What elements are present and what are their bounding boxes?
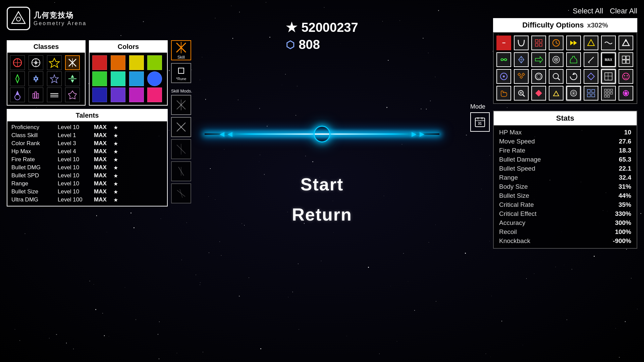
diff-icon-circle-ring[interactable] [531, 69, 546, 84]
stat-row-knockback: Knockback -900% [499, 237, 631, 245]
talent-star-class-skill: ★ [113, 132, 118, 139]
class-icon-6[interactable] [29, 71, 43, 86]
svg-rect-32 [178, 68, 184, 73]
svg-marker-18 [71, 75, 74, 78]
diff-icon-zoom[interactable] [549, 69, 564, 84]
diff-icon-fast-forward[interactable] [566, 36, 581, 50]
diff-icon-triangle-up[interactable] [619, 36, 633, 50]
svg-rect-101 [610, 89, 612, 91]
stat-value-hp-max: 10 [624, 129, 631, 136]
diff-icon-spiral[interactable] [566, 86, 581, 101]
diff-icon-face[interactable] [619, 69, 633, 84]
diff-icon-diamond-outline[interactable] [584, 69, 598, 84]
diff-icon-grid-wave[interactable] [619, 52, 633, 67]
stat-name-critical-effect: Critical Effect [499, 210, 537, 218]
stat-value-critical-effect: 330% [615, 210, 631, 218]
color-swatch-red[interactable] [92, 55, 107, 70]
skill-mod-1[interactable] [171, 95, 191, 115]
talent-level-class-skill: Level 1 [58, 132, 91, 139]
talent-star-ultra-dmg: ★ [113, 197, 118, 203]
color-swatch-purple[interactable] [111, 87, 125, 102]
talent-level-hp-max: Level 4 [58, 148, 91, 155]
stat-name-critical-rate: Critical Rate [499, 201, 534, 208]
svg-text:31: 31 [478, 122, 482, 125]
color-swatch-indigo[interactable] [92, 87, 107, 102]
diff-icon-grid-selected[interactable] [601, 69, 616, 84]
diff-icon-hand[interactable] [496, 86, 511, 101]
diff-icon-magnify[interactable] [514, 86, 529, 101]
right-panel: Select All Clear All Difficulty Options … [493, 7, 637, 104]
class-icon-12[interactable] [65, 87, 80, 102]
skill-mod-2[interactable] [171, 117, 191, 137]
diff-icon-diamonds-multi[interactable] [514, 69, 529, 84]
class-icon-11[interactable] [47, 87, 62, 102]
diff-icon-bottle[interactable] [566, 52, 581, 67]
skill-mod-3[interactable] [171, 139, 191, 159]
diff-icon-wave[interactable] [601, 36, 616, 50]
diff-icon-clock[interactable] [549, 36, 564, 50]
skill-mod-5[interactable] [171, 183, 191, 203]
logo-icon [7, 7, 30, 30]
return-button[interactable]: Return [292, 204, 352, 225]
talent-star-bullet-size: ★ [113, 189, 118, 195]
diff-icon-pencil[interactable] [584, 52, 598, 67]
diff-icon-grid4[interactable] [584, 86, 598, 101]
color-swatch-magenta[interactable] [129, 87, 144, 102]
svg-marker-52 [574, 41, 577, 45]
diff-icon-diamond-grid[interactable] [514, 52, 529, 67]
diff-icon-circle-dot[interactable] [496, 69, 511, 84]
class-icon-3[interactable] [47, 55, 62, 70]
diff-icon-extra-8[interactable] [619, 86, 633, 101]
class-icon-9[interactable] [10, 87, 25, 102]
skill-label: Skill [177, 55, 185, 60]
diff-icon-grid6[interactable] [601, 86, 616, 101]
color-swatch-sky[interactable] [129, 71, 144, 86]
diff-icon-triangle-small[interactable] [549, 86, 564, 101]
skill-icons-area: Skill *Rune Skill Mods. [171, 40, 192, 203]
color-swatch-lime[interactable] [147, 55, 162, 70]
diff-icon-grid-fire[interactable] [531, 36, 546, 50]
select-all-button[interactable]: Select All [573, 7, 603, 15]
class-icon-1[interactable] [10, 55, 25, 70]
skill-icon-box[interactable]: Skill [171, 40, 191, 60]
mode-icon-calendar[interactable]: 31 [470, 112, 490, 132]
class-icon-10[interactable] [29, 87, 43, 102]
color-swatch-orange[interactable] [111, 55, 125, 70]
clear-all-button[interactable]: Clear All [610, 7, 637, 15]
class-icon-2[interactable] [29, 55, 43, 70]
diff-icon-diamond-fill[interactable] [531, 86, 546, 101]
diff-icon-rotate[interactable] [566, 69, 581, 84]
color-swatch-green[interactable] [92, 71, 107, 86]
diff-icon-infinity[interactable] [496, 52, 511, 67]
color-swatch-yellow[interactable] [129, 55, 144, 70]
rune-icon-box[interactable]: *Rune [171, 63, 191, 83]
color-swatch-pink[interactable] [147, 87, 162, 102]
diff-icon-minus[interactable]: − [496, 36, 511, 50]
class-icon-5[interactable] [10, 71, 25, 86]
diff-icon-max[interactable]: MAX [601, 52, 616, 67]
diff-icon-triangle-yellow[interactable] [584, 36, 598, 50]
start-button[interactable]: Start [301, 174, 343, 194]
color-swatch-teal[interactable] [111, 71, 125, 86]
talent-star-bullet-spd: ★ [113, 173, 118, 179]
diff-icon-u[interactable] [514, 36, 529, 50]
talent-name-ultra-dmg: Ultra DMG [11, 196, 55, 203]
talent-name-bullet-dmg: Bullet DMG [11, 164, 55, 171]
diff-icon-arrow-right[interactable] [531, 52, 546, 67]
svg-rect-68 [626, 60, 630, 63]
stat-name-body-size: Body Size [499, 183, 528, 190]
talent-row-class-skill: Class Skill Level 1 MAX ★ [11, 132, 163, 139]
class-icon-4[interactable] [65, 55, 80, 70]
diff-icon-target[interactable] [549, 52, 564, 67]
color-swatch-blue-circle[interactable] [147, 71, 162, 86]
svg-line-77 [558, 78, 560, 80]
class-icon-7[interactable] [47, 71, 62, 86]
svg-line-63 [588, 57, 594, 62]
svg-rect-106 [607, 95, 609, 97]
skill-mod-4[interactable] [171, 161, 191, 181]
stat-name-bullet-size: Bullet Size [499, 192, 529, 199]
talent-name-proficiency: Proficiency [11, 124, 55, 131]
stat-row-bullet-damage: Bullet Damage 65.3 [499, 156, 631, 163]
stat-row-critical-rate: Critical Rate 35% [499, 201, 631, 208]
class-icon-8[interactable] [65, 71, 80, 86]
